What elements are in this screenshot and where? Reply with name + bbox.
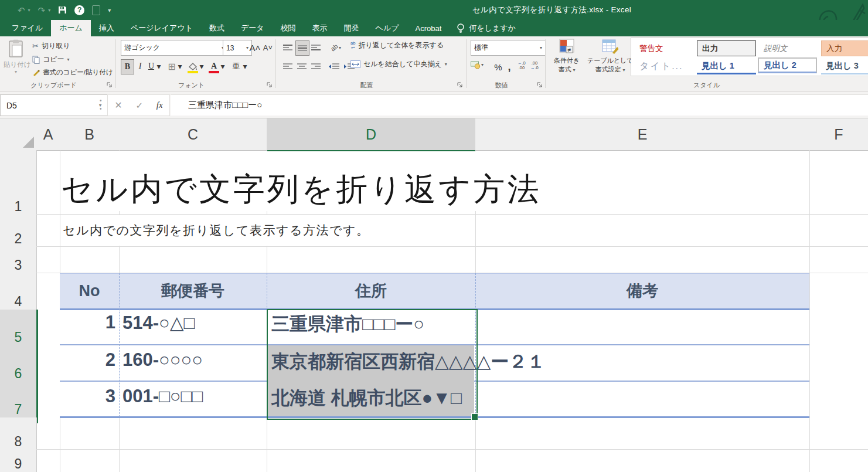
- table-header-no[interactable]: No: [60, 273, 119, 308]
- cut-button[interactable]: ✂ 切り取り: [32, 41, 70, 51]
- format-as-table-button[interactable]: テーブルとして 書式設定 ▾: [587, 39, 633, 74]
- comma-style-button[interactable]: ,: [506, 60, 513, 73]
- increase-font-size-button[interactable]: A˄: [249, 41, 261, 54]
- number-format-combo[interactable]: 標準 ▾: [471, 40, 546, 56]
- cell-C5[interactable]: 514-○△□: [122, 312, 195, 334]
- cell-B7[interactable]: 3: [60, 386, 115, 407]
- insert-function-icon[interactable]: fx: [156, 100, 163, 110]
- table-header-zip[interactable]: 郵便番号: [119, 273, 267, 308]
- row-header-9[interactable]: 9: [0, 450, 37, 472]
- redo-icon[interactable]: ↷: [38, 6, 46, 15]
- name-box[interactable]: D5 ▾: [0, 94, 108, 116]
- bold-button[interactable]: B: [121, 59, 134, 74]
- cell-style-heading1[interactable]: 見出し 1: [697, 59, 756, 74]
- selection-border[interactable]: [267, 309, 478, 420]
- cell-style-explanatory[interactable]: 説明文: [759, 40, 818, 56]
- undo-dropdown-icon[interactable]: ▾: [28, 8, 30, 13]
- table-header-address[interactable]: 住所: [267, 273, 475, 308]
- fill-handle[interactable]: [471, 413, 478, 420]
- cell-style-heading2[interactable]: 見出し 2: [758, 57, 817, 73]
- cell-C6[interactable]: 160-○○○○: [122, 349, 203, 371]
- borders-button[interactable]: ⊞: [166, 59, 178, 73]
- cell-style-title[interactable]: タイト...: [635, 59, 694, 74]
- cell-style-warning[interactable]: 警告文: [635, 40, 694, 56]
- dialog-launcher-icon[interactable]: [457, 82, 464, 89]
- redo-dropdown-icon[interactable]: ▾: [48, 8, 50, 13]
- tab-home[interactable]: ホーム: [51, 20, 91, 36]
- tab-data[interactable]: データ: [233, 20, 273, 36]
- tab-developer[interactable]: 開発: [336, 20, 367, 36]
- tab-help[interactable]: ヘルプ: [367, 20, 407, 36]
- tab-review[interactable]: 校閲: [273, 20, 304, 36]
- save-icon[interactable]: [58, 6, 67, 14]
- dialog-launcher-icon[interactable]: [536, 82, 543, 89]
- qat-customize-icon[interactable]: ▾: [108, 7, 111, 13]
- accounting-format-button[interactable]: ▾: [471, 60, 484, 69]
- column-header-a[interactable]: A: [36, 118, 60, 151]
- select-all-button[interactable]: [0, 118, 37, 151]
- cell-style-output[interactable]: 出力: [697, 40, 756, 56]
- align-middle-button[interactable]: [295, 40, 309, 56]
- phonetic-dropdown-icon[interactable]: ▾: [242, 59, 248, 73]
- merge-center-button[interactable]: セルを結合して中央揃え ▾: [350, 59, 447, 69]
- wrap-text-button[interactable]: ab↩ 折り返して全体を表示する: [350, 40, 444, 50]
- column-header-b[interactable]: B: [60, 118, 120, 151]
- orientation-button[interactable]: ab▾: [327, 40, 345, 55]
- cell-B5[interactable]: 1: [60, 312, 115, 333]
- percent-style-button[interactable]: %: [493, 60, 503, 73]
- tab-formulas[interactable]: 数式: [201, 20, 233, 36]
- increase-decimal-button[interactable]: ←.0.00: [518, 61, 526, 70]
- font-size-combo[interactable]: 13 ▾: [223, 40, 252, 56]
- align-bottom-button[interactable]: [309, 40, 322, 55]
- column-header-f[interactable]: F: [809, 118, 868, 151]
- conditional-formatting-button[interactable]: ≠ 条件付き 書式 ▾: [549, 39, 585, 74]
- cancel-icon[interactable]: ✕: [114, 100, 122, 111]
- tab-acrobat[interactable]: Acrobat: [407, 20, 450, 36]
- tab-file[interactable]: ファイル: [4, 20, 51, 36]
- align-top-button[interactable]: [281, 40, 294, 55]
- formula-bar-drag-handle[interactable]: •••: [100, 99, 102, 111]
- cell-B6[interactable]: 2: [60, 349, 115, 371]
- undo-icon[interactable]: ↶: [18, 6, 25, 15]
- help-icon[interactable]: ?: [74, 5, 84, 15]
- column-header-c[interactable]: C: [119, 118, 267, 151]
- table-header-note[interactable]: 備考: [475, 273, 809, 308]
- decrease-decimal-button[interactable]: .00→.0: [530, 61, 539, 70]
- font-color-dropdown-icon[interactable]: ▾: [220, 59, 226, 73]
- cell-C7[interactable]: 001-□○□□: [122, 386, 203, 407]
- formula-input[interactable]: 三重県津市□□□ー○: [171, 94, 868, 116]
- dialog-launcher-icon[interactable]: [106, 82, 113, 89]
- format-painter-button[interactable]: 書式のコピー/貼り付け: [32, 68, 113, 77]
- font-color-button[interactable]: A: [208, 59, 220, 73]
- tell-me-box[interactable]: 何をしますか: [457, 20, 516, 36]
- phonetic-guide-button[interactable]: 亜: [230, 59, 242, 73]
- decrease-indent-button[interactable]: [327, 59, 341, 73]
- format-as-table-label-2: 書式設定 ▾: [587, 65, 633, 74]
- tab-view[interactable]: 表示: [304, 20, 336, 36]
- copy-button[interactable]: コピー ▾: [32, 55, 70, 64]
- font-family-combo[interactable]: 游ゴシック ▾: [121, 40, 227, 56]
- sheet-subtitle-cell[interactable]: セル内での文字列を折り返して表示する方法です。: [63, 215, 375, 246]
- fill-color-button[interactable]: [187, 59, 199, 73]
- borders-dropdown-icon[interactable]: ▾: [177, 59, 183, 73]
- italic-button[interactable]: I: [135, 59, 145, 73]
- decrease-font-size-button[interactable]: A˅: [262, 41, 274, 54]
- align-center-button[interactable]: [295, 59, 308, 73]
- dialog-launcher-icon[interactable]: [266, 82, 273, 89]
- document-icon[interactable]: [92, 5, 100, 15]
- tab-page-layout[interactable]: ページレイアウト: [122, 20, 201, 36]
- underline-button[interactable]: U: [147, 59, 156, 73]
- enter-icon[interactable]: ✓: [135, 100, 143, 111]
- row-header-1[interactable]: 1: [0, 150, 37, 220]
- sheet-title-cell[interactable]: セル内で文字列を折り返す方法: [61, 151, 542, 211]
- cell-style-heading3[interactable]: 見出し 3: [821, 59, 868, 74]
- align-left-button[interactable]: [281, 59, 294, 73]
- underline-dropdown-icon[interactable]: ▾: [156, 59, 162, 73]
- align-right-button[interactable]: [309, 59, 322, 73]
- column-header-d[interactable]: D: [267, 118, 476, 152]
- tab-insert[interactable]: 挿入: [91, 20, 122, 36]
- paste-button[interactable]: 貼り付け ▾: [4, 39, 28, 82]
- cell-style-input[interactable]: 入力: [821, 40, 868, 56]
- fill-color-dropdown-icon[interactable]: ▾: [199, 59, 205, 73]
- column-header-e[interactable]: E: [475, 118, 810, 151]
